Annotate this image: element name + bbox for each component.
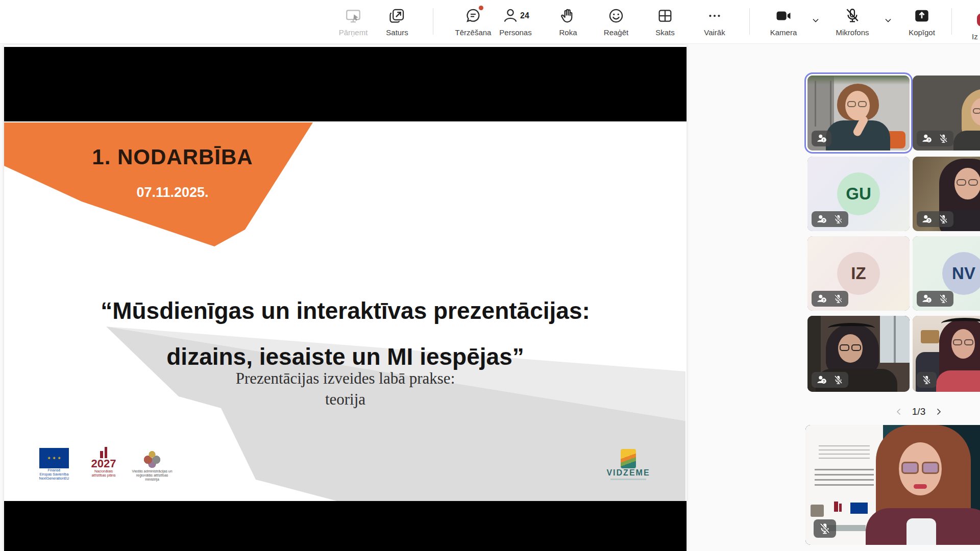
tile-status-badges [917, 131, 953, 146]
coat-of-arms-icon [142, 448, 162, 469]
tile-status-badges [812, 372, 848, 388]
ndp2027-logo: 2027 Nacionālais attīstības plāns [86, 447, 121, 478]
ministry-caption: Viedās administrācijas un reģionālās att… [127, 469, 178, 482]
camera-button[interactable]: Kamera [758, 6, 809, 40]
toolbar-divider [951, 8, 952, 35]
tile-status-badges [812, 291, 848, 307]
ministry-logo: Viedās administrācijas un reģionālās att… [127, 448, 178, 482]
eu-logo: ✶ ✶ ✶ Finansē Eiropas Savienība NextGene… [34, 448, 75, 481]
person-alert-icon [921, 293, 932, 304]
presenter-glasses [922, 462, 939, 474]
toolbar-divider [749, 8, 750, 35]
slide-title-line2: dizains, iesaiste un MI iespējas” [14, 343, 676, 370]
react-label: Reaģēt [591, 28, 642, 37]
chat-icon [464, 7, 482, 24]
participant-tile-video[interactable] [807, 316, 910, 392]
ndp2027-caption: Nacionālais attīstības plāns [86, 469, 121, 478]
chat-notification-dot [479, 6, 483, 10]
leave-label: Iz [972, 32, 978, 41]
tile-status-badges [814, 519, 836, 538]
pagination-next-icon[interactable] [935, 408, 943, 416]
participant-initials: NV [942, 252, 980, 295]
people-icon: 24 [501, 7, 530, 24]
vidzeme-tagline [610, 479, 646, 480]
open-content-icon [388, 7, 406, 24]
participant-tile-video-active[interactable] [807, 76, 910, 151]
person-question-icon [921, 214, 932, 224]
view-grid-icon [656, 7, 674, 24]
view-label: Skats [640, 28, 691, 37]
participant-initials: IZ [837, 252, 880, 295]
people-label: Personas [490, 28, 541, 37]
raise-hand-button[interactable]: Roka [543, 6, 594, 40]
participant-tile-video[interactable] [913, 76, 980, 151]
more-label: Vairāk [689, 28, 740, 37]
toolbar-divider [433, 8, 433, 35]
participant-count: 24 [520, 11, 529, 20]
mic-muted-icon [818, 522, 831, 535]
raise-hand-icon [559, 7, 577, 24]
person-question-icon [816, 293, 827, 304]
vidzeme-icon [621, 449, 636, 468]
microphone-chevron-icon[interactable] [884, 17, 892, 23]
session-label: 1. NODARBĪBA [40, 145, 305, 169]
ndp2027-bars-icon [100, 447, 107, 458]
mic-muted-icon [938, 293, 949, 304]
mic-muted-icon [833, 293, 844, 304]
microphone-label: Mikrofons [827, 28, 878, 37]
mic-muted-icon [921, 374, 932, 385]
ndp2027-year: 2027 [86, 458, 121, 469]
slide-letterbox-top [4, 47, 687, 121]
participant-initials: GU [837, 172, 880, 215]
camera-label: Kamera [758, 28, 809, 37]
participant-tile-video[interactable] [913, 157, 980, 231]
content-label: Saturs [372, 28, 423, 37]
view-button[interactable]: Skats [640, 6, 691, 40]
take-control-button[interactable]: Pārņemt [328, 6, 379, 40]
presenter-shirt [906, 518, 936, 545]
people-button[interactable]: 24 Personas [490, 6, 541, 40]
person-question-icon [816, 214, 827, 224]
content-button[interactable]: Saturs [372, 6, 423, 40]
react-smiley-icon [607, 7, 625, 24]
microphone-muted-icon [844, 7, 861, 24]
react-button[interactable]: Reaģēt [591, 6, 642, 40]
slide-subtitle-line1: Prezentācijas izveides labā prakse: [14, 369, 676, 388]
slide-subtitle-line2: teorija [14, 390, 676, 409]
participant-tile-video[interactable] [913, 316, 980, 392]
leave-icon [977, 13, 980, 27]
presenter-lips [914, 484, 927, 489]
person-question-icon [816, 374, 827, 385]
share-icon [913, 7, 930, 24]
person-alert-icon [816, 133, 827, 144]
leave-button[interactable]: Iz [958, 6, 980, 40]
pagination-label: 1/3 [912, 406, 925, 417]
mic-muted-icon [833, 214, 844, 224]
slide-letterbox-bottom [4, 501, 687, 551]
tiles-pagination: 1/3 [868, 403, 970, 420]
presenter-video-tile[interactable] [805, 425, 980, 545]
vidzeme-label: VIDZEME [600, 468, 656, 478]
camera-chevron-icon[interactable] [812, 17, 820, 23]
pagination-prev-icon[interactable] [895, 408, 903, 416]
meeting-toolbar: Pārņemt Saturs Tērzēšana [0, 0, 980, 44]
tile-status-badges [917, 291, 953, 307]
person-question-icon [921, 133, 932, 144]
camera-icon [775, 7, 792, 24]
tile-status-badges [812, 211, 848, 227]
session-date: 07.11.2025. [40, 185, 305, 201]
eu-flag-icon: ✶ ✶ ✶ [39, 448, 69, 468]
screen-takeover-icon [345, 7, 362, 24]
shared-screen-stage[interactable]: 1. NODARBĪBA 07.11.2025. “Mūsdienīgas un… [4, 45, 687, 551]
participant-tile-initials[interactable]: GU [807, 157, 910, 231]
more-button[interactable]: Vairāk [689, 6, 740, 40]
raise-hand-label: Roka [543, 28, 594, 37]
tile-status-badges [917, 372, 937, 388]
participant-tile-initials[interactable]: IZ [807, 236, 910, 311]
microphone-button[interactable]: Mikrofons [827, 6, 878, 40]
tile-status-badges [812, 131, 831, 146]
participant-tile-initials[interactable]: NV [913, 236, 980, 311]
presenter-glasses [901, 462, 919, 474]
share-label: Kopīgot [896, 28, 947, 37]
share-button[interactable]: Kopīgot [896, 6, 947, 40]
